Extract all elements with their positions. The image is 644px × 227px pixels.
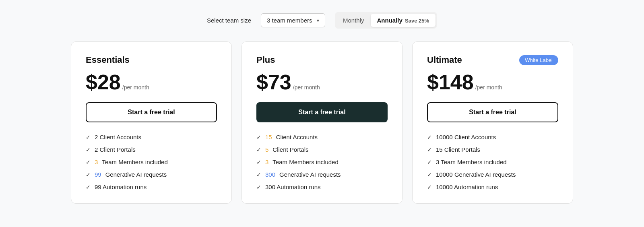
features-list: ✓10000 Client Accounts✓15 Client Portals…	[427, 134, 558, 190]
billing-monthly-button[interactable]: Monthly	[336, 14, 371, 27]
feature-item: ✓2 Client Accounts	[86, 134, 217, 140]
price-amount: $148	[427, 72, 474, 93]
plan-card-ultimate: UltimateWhite Label$148/per monthStart a…	[412, 41, 573, 204]
plan-price: $28/per month	[86, 72, 217, 93]
check-icon: ✓	[427, 159, 432, 165]
check-icon: ✓	[256, 147, 261, 153]
price-period: /per month	[293, 84, 320, 91]
price-period: /per month	[475, 84, 502, 91]
plan-header: Plus	[256, 55, 388, 65]
check-icon: ✓	[427, 171, 432, 178]
plan-name: Ultimate	[427, 55, 462, 65]
check-icon: ✓	[256, 171, 261, 178]
price-amount: $28	[86, 72, 121, 93]
feature-item: ✓3 Team Members included	[427, 159, 558, 165]
feature-highlight: 15	[265, 134, 272, 140]
plans-container: Essentials$28/per monthStart a free tria…	[60, 41, 584, 204]
feature-item: ✓10000 Client Accounts	[427, 134, 558, 140]
team-size-label: Select team size	[207, 17, 251, 24]
plan-card-essentials: Essentials$28/per monthStart a free tria…	[71, 41, 232, 204]
billing-annually-button[interactable]: Annually Save 25%	[371, 14, 436, 27]
cta-button-ultimate[interactable]: Start a free trial	[427, 102, 558, 122]
check-icon: ✓	[86, 184, 91, 190]
plan-price: $148/per month	[427, 72, 558, 93]
feature-item: ✓5 Client Portals	[256, 146, 388, 153]
check-icon: ✓	[86, 159, 91, 165]
features-list: ✓15 Client Accounts✓5 Client Portals✓3 T…	[256, 134, 388, 190]
save-badge: Save 25%	[405, 18, 429, 24]
feature-item: ✓3 Team Members included	[256, 159, 388, 165]
plan-price: $73/per month	[256, 72, 388, 93]
check-icon: ✓	[427, 134, 432, 140]
check-icon: ✓	[256, 184, 261, 190]
feature-item: ✓300 Generative AI requests	[256, 171, 388, 178]
feature-highlight: 300	[265, 171, 275, 178]
feature-item: ✓15 Client Accounts	[256, 134, 388, 140]
plan-header: Essentials	[86, 55, 217, 65]
check-icon: ✓	[427, 184, 432, 190]
feature-item: ✓2 Client Portals	[86, 146, 217, 153]
feature-item: ✓15 Client Portals	[427, 146, 558, 153]
check-icon: ✓	[427, 147, 432, 153]
feature-item: ✓10000 Generative AI requests	[427, 171, 558, 178]
feature-item: ✓99 Generative AI requests	[86, 171, 217, 178]
billing-toggle: Monthly Annually Save 25%	[335, 12, 437, 29]
white-label-badge: White Label	[519, 55, 558, 65]
feature-highlight: 5	[265, 146, 268, 153]
feature-item: ✓10000 Automation runs	[427, 184, 558, 190]
feature-item: ✓300 Automation runs	[256, 184, 388, 190]
check-icon: ✓	[86, 147, 91, 153]
feature-highlight: 3	[95, 159, 98, 165]
cta-button-plus[interactable]: Start a free trial	[256, 102, 388, 122]
plan-name: Essentials	[86, 55, 130, 65]
features-list: ✓2 Client Accounts✓2 Client Portals✓3 Te…	[86, 134, 217, 190]
price-period: /per month	[122, 84, 149, 91]
plan-card-plus: Plus$73/per monthStart a free trial✓15 C…	[242, 41, 402, 204]
cta-button-essentials[interactable]: Start a free trial	[86, 102, 217, 122]
plan-header: UltimateWhite Label	[427, 55, 558, 65]
price-amount: $73	[256, 72, 291, 93]
check-icon: ✓	[86, 134, 91, 140]
check-icon: ✓	[256, 159, 261, 165]
team-size-dropdown[interactable]: 3 team members ▾	[261, 13, 325, 27]
chevron-down-icon: ▾	[317, 18, 319, 23]
feature-highlight: 3	[265, 159, 268, 165]
feature-item: ✓99 Automation runs	[86, 184, 217, 190]
feature-highlight: 99	[95, 171, 101, 178]
check-icon: ✓	[256, 134, 261, 140]
team-size-value: 3 team members	[267, 17, 312, 24]
feature-item: ✓3 Team Members included	[86, 159, 217, 165]
check-icon: ✓	[86, 171, 91, 178]
top-controls: Select team size 3 team members ▾ Monthl…	[207, 12, 437, 29]
plan-name: Plus	[256, 55, 275, 65]
